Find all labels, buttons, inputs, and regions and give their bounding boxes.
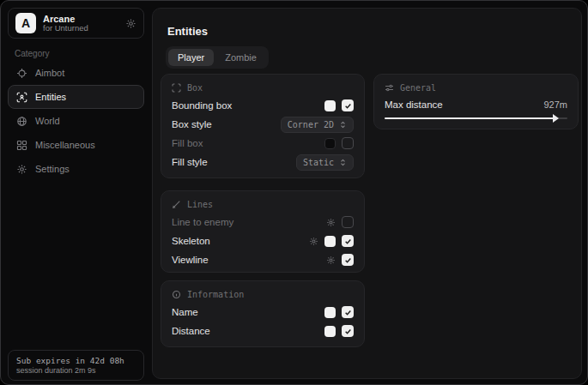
skeleton-checkbox[interactable] [342,235,354,247]
subscription-card: Sub expires in 42d 08h session duration … [8,350,144,381]
line-to-enemy-row: Line to enemy [172,213,354,232]
information-section-header: Information [172,290,354,299]
gear-icon[interactable] [326,218,336,227]
tab-zombie[interactable]: Zombie [215,49,266,66]
pencil-line-icon [172,200,181,209]
page-title: Entities [167,25,208,38]
bounding-box-label: Bounding box [172,100,232,111]
chevron-updown-icon [339,159,347,166]
distance-label: Distance [172,326,210,336]
skeleton-color-swatch[interactable] [324,236,336,247]
max-distance-label: Max distance [385,99,443,110]
max-distance-slider-fill [385,117,555,119]
session-duration-text: session duration 2m 9s [16,366,136,375]
distance-color-swatch[interactable] [324,326,336,337]
fill-style-value: Static [303,158,334,167]
chevron-updown-icon [339,121,347,129]
brand-text: Arcane for Unturned [43,14,118,33]
brand-card: A Arcane for Unturned [8,8,144,39]
box-style-value: Corner 2D [288,120,334,129]
information-section-card: Information Name Distance [161,280,365,347]
fill-box-row: Fill box [172,134,354,153]
bounding-box-row: Bounding box [172,96,354,115]
sidebar-item-miscellaneous[interactable]: Miscellaneous [8,133,144,157]
name-label: Name [172,307,198,317]
sidebar-item-label: Settings [35,164,70,174]
general-section-card: General Max distance 927m [373,74,579,129]
skeleton-label: Skeleton [172,236,210,246]
sidebar-item-aimbot[interactable]: Aimbot [8,61,144,85]
max-distance-row: Max distance 927m [385,96,567,113]
box-section-header: Box [172,83,354,93]
name-row: Name [172,303,354,322]
grid-icon [16,140,27,151]
box-style-dropdown[interactable]: Corner 2D [281,117,354,133]
skeleton-row: Skeleton [172,232,354,250]
crosshair-icon [16,68,27,79]
fill-box-checkbox[interactable] [342,137,354,149]
general-section-title: General [400,83,436,93]
fill-style-dropdown[interactable]: Static [296,154,354,171]
globe-icon [16,116,27,127]
lines-section-header: Lines [172,200,354,209]
max-distance-value: 927m [543,99,567,110]
fill-box-label: Fill box [172,138,203,148]
box-section-card: Box Bounding box Box style Corner 2D [161,74,365,178]
distance-row: Distance [172,322,354,340]
sidebar-item-entities[interactable]: Entities [8,85,144,109]
gear-icon[interactable] [326,256,336,265]
sidebar-item-label: Aimbot [35,68,64,78]
distance-checkbox[interactable] [342,325,354,337]
fill-box-color-swatch[interactable] [324,138,336,149]
sidebar-item-label: Miscellaneous [35,140,95,150]
line-to-enemy-label: Line to enemy [172,217,233,227]
main-panel: Entities Player Zombie Box Bounding box [152,8,582,379]
sub-expires-text: Sub expires in 42d 08h [16,356,136,365]
tab-player[interactable]: Player [168,49,214,66]
information-section-title: Information [187,290,244,299]
sidebar-item-settings[interactable]: Settings [8,157,144,181]
box-style-label: Box style [172,119,212,129]
app-window: A Arcane for Unturned Category [0,0,588,385]
app-subtitle: for Unturned [43,24,118,33]
line-to-enemy-checkbox[interactable] [342,216,354,228]
sidebar-item-label: Entities [35,92,66,102]
gear-icon [16,164,27,175]
lines-section-title: Lines [187,200,213,209]
box-corners-icon [172,83,181,93]
slider-thumb-arrow-icon[interactable] [553,114,559,123]
sidebar-item-label: World [35,116,60,126]
viewline-row: Viewline [172,250,354,269]
fill-style-label: Fill style [172,157,208,167]
name-checkbox[interactable] [342,306,354,318]
sidebar-nav: Aimbot Entities [8,61,144,181]
general-section-header: General [385,83,567,93]
box-style-row: Box style Corner 2D [172,115,354,134]
sidebar-item-world[interactable]: World [8,109,144,133]
entities-scan-icon [16,92,27,103]
fill-style-row: Fill style Static [172,153,354,171]
name-color-swatch[interactable] [324,307,336,318]
gear-icon[interactable] [309,237,318,246]
sliders-icon [385,83,394,93]
sidebar: A Arcane for Unturned Category [1,1,151,384]
tab-bar: Player Zombie [166,46,269,69]
app-logo: A [15,13,36,33]
viewline-label: Viewline [172,255,209,265]
box-section-title: Box [187,83,203,93]
app-name: Arcane [43,14,118,24]
bounding-box-checkbox[interactable] [342,99,354,111]
gear-icon[interactable] [125,18,136,29]
info-icon [172,290,181,299]
lines-section-card: Lines Line to enemy Skeleton [161,190,365,273]
max-distance-slider[interactable] [385,115,567,122]
viewline-checkbox[interactable] [342,254,354,266]
bounding-box-color-swatch[interactable] [324,100,336,111]
category-label: Category [15,49,50,58]
